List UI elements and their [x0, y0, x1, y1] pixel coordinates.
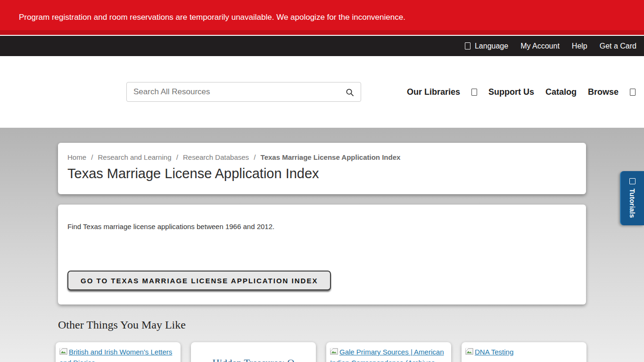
broken-image-icon [330, 348, 339, 358]
go-to-database-button[interactable]: GO TO TEXAS MARRIAGE LICENSE APPLICATION… [67, 271, 331, 290]
broken-image-icon [59, 348, 68, 358]
utility-my-account[interactable]: My Account [520, 42, 560, 50]
breadcrumb-separator: / [91, 153, 93, 161]
main-nav: Our Libraries Support Us Catalog Browse [407, 56, 636, 128]
title-card: Home / Research and Learning / Research … [58, 143, 586, 194]
breadcrumb-separator: / [254, 153, 256, 161]
utility-language[interactable]: Language [465, 42, 508, 50]
breadcrumb-home[interactable]: Home [67, 153, 86, 161]
related-card-gale-primary-sources[interactable]: Gale Primary Sources | American Indian C… [326, 342, 451, 362]
nav-browse[interactable]: Browse [588, 87, 619, 97]
tutorials-tab[interactable]: Tutorials [620, 171, 644, 225]
breadcrumb-research-and-learning[interactable]: Research and Learning [98, 153, 172, 161]
alert-text: Program registration and room reservatio… [19, 13, 405, 22]
related-card-dna-testing[interactable]: DNA Testing [462, 342, 586, 362]
search-icon [345, 88, 354, 97]
search-button[interactable] [339, 88, 361, 97]
nav-our-libraries[interactable]: Our Libraries [407, 87, 460, 97]
broken-image-icon [465, 348, 474, 358]
locations-pin-icon[interactable] [471, 89, 477, 96]
page-description: Find Texas marriage license applications… [67, 222, 577, 230]
nav-catalog[interactable]: Catalog [545, 87, 577, 97]
search-box [126, 82, 361, 102]
utility-get-a-card[interactable]: Get a Card [600, 42, 636, 50]
related-heading: Other Things You May Like [58, 319, 644, 331]
nav-support-us[interactable]: Support Us [488, 87, 534, 97]
utility-help[interactable]: Help [572, 42, 587, 50]
related-card-title: Hidden Treasures: O [213, 357, 295, 362]
language-globe-icon [465, 42, 471, 49]
related-link[interactable]: DNA Testing [475, 348, 513, 356]
site-header: Our Libraries Support Us Catalog Browse [0, 56, 644, 128]
breadcrumb-separator: / [176, 153, 178, 161]
tutorials-icon [629, 178, 636, 184]
database-card: Find Texas marriage license applications… [58, 205, 586, 304]
related-link[interactable]: Gale Primary Sources | American Indian C… [330, 348, 444, 362]
breadcrumb-research-databases[interactable]: Research Databases [183, 153, 249, 161]
menu-icon[interactable] [630, 89, 636, 96]
breadcrumb: Home / Research and Learning / Research … [67, 153, 577, 161]
breadcrumb-current: Texas Marriage License Application Index [261, 153, 401, 161]
related-card-british-irish-letters[interactable]: British and Irish Women's Letters and Di… [56, 342, 181, 362]
page-title: Texas Marriage License Application Index [67, 166, 577, 181]
alert-banner: Program registration and room reservatio… [0, 0, 644, 36]
tutorials-label: Tutorials [628, 189, 636, 218]
related-card-hidden-treasures[interactable]: Hidden Treasures: O [191, 342, 316, 362]
search-input[interactable] [127, 82, 339, 101]
main-content: Home / Research and Learning / Research … [0, 128, 644, 361]
utility-language-label: Language [475, 42, 508, 50]
related-cards-row: British and Irish Women's Letters and Di… [56, 342, 644, 362]
related-link[interactable]: British and Irish Women's Letters and Di… [59, 348, 172, 362]
utility-nav: Language My Account Help Get a Card [0, 36, 644, 56]
